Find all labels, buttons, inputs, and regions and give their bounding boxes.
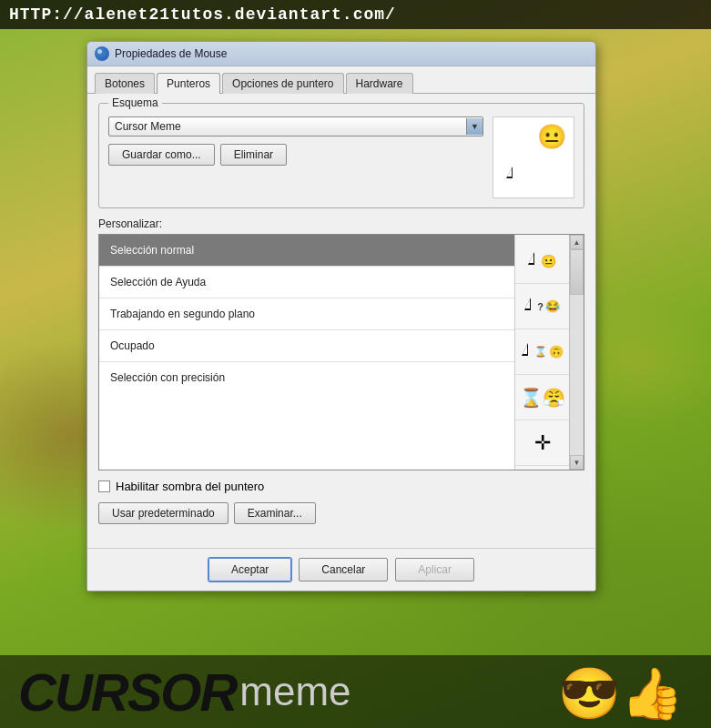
cursor-icon-help: ? 😂 (515, 284, 569, 329)
tabs-row: Botones Punteros Opciones de puntero Har… (87, 66, 595, 93)
tab-botones[interactable]: Botones (95, 73, 155, 94)
cancel-button[interactable]: Cancelar (299, 558, 388, 581)
watermark-bar: CURSOR meme 😎👍 (0, 655, 711, 728)
watermark-cursor-text: CURSOR (18, 662, 236, 723)
esquema-group: Esquema Cursor Meme ▼ Guardar como... El… (98, 103, 584, 208)
scroll-track (570, 249, 584, 455)
bottom-actions: Usar predeterminado Examinar... (98, 502, 584, 524)
title-bar: Propiedades de Mouse (87, 42, 595, 66)
cursor-icons-column: 😐 ? 😂 (514, 235, 569, 470)
scheme-buttons: Guardar como... Eliminar (108, 144, 483, 166)
dropdown-arrow-icon[interactable]: ▼ (466, 118, 482, 135)
shadow-row: Habilitar sombra del puntero (98, 480, 584, 493)
shadow-label: Habilitar sombra del puntero (116, 480, 264, 493)
scroll-down-button[interactable]: ▼ (570, 455, 584, 470)
cursor-icon-precision: ✛ (515, 420, 569, 466)
scroll-up-button[interactable]: ▲ (570, 235, 584, 249)
bottom-meme-face: 😎👍 (558, 664, 684, 723)
personalizar-label: Personalizar: (98, 217, 584, 230)
list-item[interactable]: Selección con precisión (99, 362, 514, 393)
list-scrollbar[interactable]: ▲ ▼ (569, 235, 584, 470)
cursor-icon-normal: 😐 (515, 238, 569, 284)
meme-face-preview: 😐 (537, 125, 566, 148)
tab-punteros[interactable]: Punteros (157, 73, 220, 94)
dialog-title: Propiedades de Mouse (115, 47, 227, 60)
scroll-thumb[interactable] (570, 249, 584, 295)
save-as-button[interactable]: Guardar como... (108, 144, 215, 166)
tab-opciones[interactable]: Opciones de puntero (222, 73, 343, 94)
list-item[interactable]: Trabajando en segundo plano (99, 298, 514, 330)
tab-hardware[interactable]: Hardware (346, 73, 413, 94)
cursor-preview: 😐 (493, 116, 574, 198)
esquema-label: Esquema (108, 96, 162, 109)
browse-button[interactable]: Examinar... (234, 502, 316, 524)
shadow-checkbox[interactable] (98, 480, 110, 492)
cursor-list: Selección normal Selección de Ayuda Trab… (98, 234, 584, 470)
cursor-icon-busy: ⌛😤 (515, 375, 569, 420)
list-item[interactable]: Selección normal (99, 235, 514, 267)
dialog-icon (95, 46, 109, 61)
cursor-icon-working: ⌛ 🙃 (515, 329, 569, 375)
accept-button[interactable]: Aceptar (208, 558, 291, 581)
list-item[interactable]: Selección de Ayuda (99, 267, 514, 298)
url-text: HTTP://alenet21tutos.deviantart.com/ (9, 5, 396, 24)
scheme-dropdown[interactable]: Cursor Meme ▼ (108, 116, 483, 136)
dialog-footer: Aceptar Cancelar Aplicar (87, 548, 595, 591)
dropdown-value: Cursor Meme (115, 120, 462, 133)
list-item[interactable]: Ocupado (99, 330, 514, 362)
url-bar: HTTP://alenet21tutos.deviantart.com/ (0, 0, 711, 29)
delete-button[interactable]: Eliminar (220, 144, 287, 166)
apply-button[interactable]: Aplicar (395, 558, 474, 581)
mouse-properties-dialog: Propiedades de Mouse Botones Punteros Op… (86, 41, 596, 592)
esquema-controls: Cursor Meme ▼ Guardar como... Eliminar (108, 116, 483, 166)
list-items-panel: Selección normal Selección de Ayuda Trab… (99, 235, 514, 470)
dialog-content: Esquema Cursor Meme ▼ Guardar como... El… (87, 93, 595, 548)
use-default-button[interactable]: Usar predeterminado (98, 502, 229, 524)
watermark-meme-text: meme (239, 669, 350, 714)
